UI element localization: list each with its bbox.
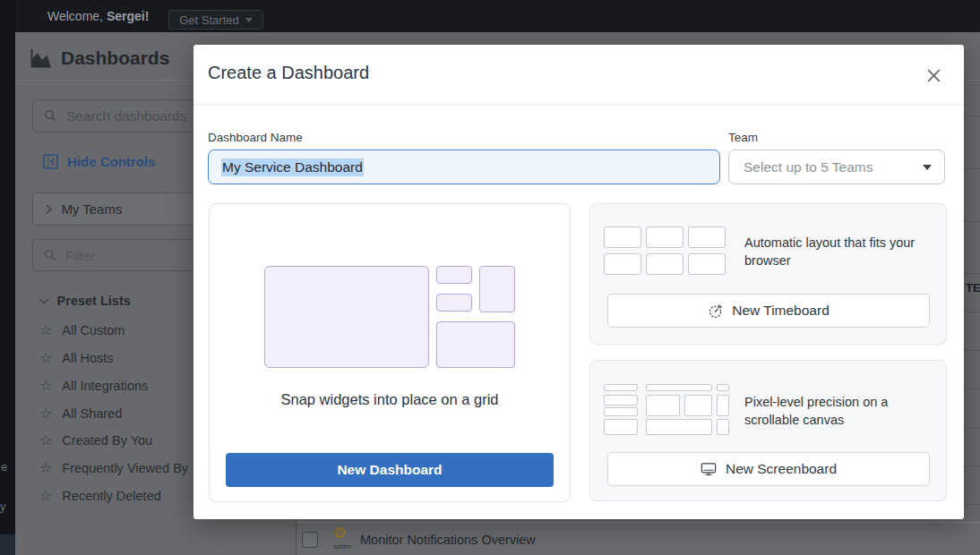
dashboard-name-label: Dashboard Name [208,131,303,144]
widget-shape [717,395,729,416]
widget-shape [264,266,429,368]
team-label: Team [728,131,758,144]
dashboard-row-title[interactable]: Monitor Notifications Overview [360,533,536,547]
hide-controls-link[interactable]: Hide Controls [43,154,155,169]
top-bar: Welcome, Sergei! Get Started [15,0,980,32]
screenboard-caption: Pixel-level precision on a scrollable ca… [744,394,915,429]
table-row-separator [964,504,980,505]
widget-shape [717,384,729,391]
dashboard-name-input[interactable]: My Service Dashboard [208,149,720,184]
widget-shape [688,226,726,248]
widget-shape [684,395,712,416]
widget-shape [646,253,683,275]
star-icon: ☆ [39,433,52,448]
welcome-user-name: Sergei! [107,9,149,23]
page-title: Dashboards [61,47,169,69]
search-placeholder: Search dashboards [66,108,186,124]
widget-shape [436,266,472,284]
widget-shape [604,407,638,416]
search-icon [44,109,57,123]
new-screenboard-button[interactable]: New Screenboard [607,452,930,486]
chevron-right-icon [42,204,51,213]
star-icon: ☆ [39,351,52,365]
get-started-button[interactable]: Get Started [168,10,263,30]
star-icon: ☆ [39,489,52,503]
widget-shape [717,419,729,435]
grid-layout-illustration [264,266,516,368]
welcome-text: Welcome, Sergei! [47,9,149,23]
hide-controls-icon [43,154,58,169]
get-started-label: Get Started [179,13,238,27]
table-row-separator [964,116,980,117]
filter-placeholder: Filter [65,248,95,263]
table-row-separator [964,168,980,169]
timeboard-caption: Automatic layout that fits your browser [744,235,936,269]
timeboard-illustration [604,226,729,276]
nav-text-fragment: y [0,500,6,513]
system-icon-caption: system [328,543,357,550]
hide-controls-label: Hide Controls [67,154,155,169]
table-row-separator [964,427,980,428]
new-dashboard-button[interactable]: New Dashboard [226,453,554,487]
chevron-down-icon [923,165,932,170]
widget-shape [479,266,515,312]
table-row-separator [964,221,980,222]
preset-item-recently-deleted[interactable]: ☆ Recently Deleted [39,489,161,503]
row-checkbox[interactable] [302,532,318,548]
grid-card-caption: Snap widgets into place on a grid [209,391,571,408]
star-icon: ☆ [39,406,52,421]
team-select-placeholder: Select up to 5 Teams [744,159,873,175]
preset-item-all-shared[interactable]: ☆ All Shared [39,406,122,421]
preset-item-all-integrations[interactable]: ☆ All Integrations [39,379,148,393]
widget-shape [604,226,641,248]
new-timeboard-button[interactable]: New Timeboard [607,294,930,328]
modal-title: Create a Dashboard [208,63,369,83]
preset-item-all-hosts[interactable]: ☆ All Hosts [39,351,114,365]
widget-shape [604,384,638,391]
widget-shape [436,321,515,368]
star-icon: ☆ [39,379,52,393]
my-teams-label: My Teams [61,201,122,217]
system-gear-icon: ⚙ [333,525,347,541]
table-row-separator [964,273,980,274]
preset-lists-label: Preset Lists [57,294,131,308]
chevron-down-icon [245,18,253,22]
app-root: e y Welcome, Sergei! Get Started Dashboa… [0,0,980,555]
preset-item-created-by-you[interactable]: ☆ Created By You [39,433,152,448]
screenboard-illustration [604,384,729,435]
collapsed-left-nav: e y [0,0,15,555]
table-row-separator [964,465,980,466]
dashboards-icon [29,48,52,69]
widget-shape [646,384,712,391]
team-select[interactable]: Select up to 5 Teams [728,149,945,184]
close-icon [925,67,942,84]
widget-shape [646,419,712,435]
widget-shape [646,395,680,416]
widget-shape [604,419,638,435]
nav-active-indicator [0,534,15,555]
teams-column-header: TE [966,281,980,295]
widget-shape [604,253,641,275]
table-row-separator [964,350,980,351]
widget-shape [604,395,638,406]
preset-item-frequently-viewed[interactable]: ☆ Frequently Viewed By [39,461,188,475]
table-row-separator [964,388,980,389]
star-icon: ☆ [39,323,52,337]
modal-header-divider [193,104,964,105]
search-icon [44,249,56,261]
star-icon: ☆ [39,461,52,475]
widget-shape [436,294,472,312]
preset-item-all-custom[interactable]: ☆ All Custom [39,323,125,337]
timeboard-clock-icon [708,303,723,319]
widget-shape [688,253,726,275]
widget-shape [646,226,683,248]
dashboard-name-value: My Service Dashboard [221,158,364,176]
nav-text-fragment: e [1,460,7,474]
chevron-down-icon [40,295,48,303]
close-button[interactable] [923,64,944,86]
screenboard-monitor-icon [701,462,717,476]
table-row-separator [964,312,980,312]
preset-lists-header[interactable]: Preset Lists [41,294,131,308]
